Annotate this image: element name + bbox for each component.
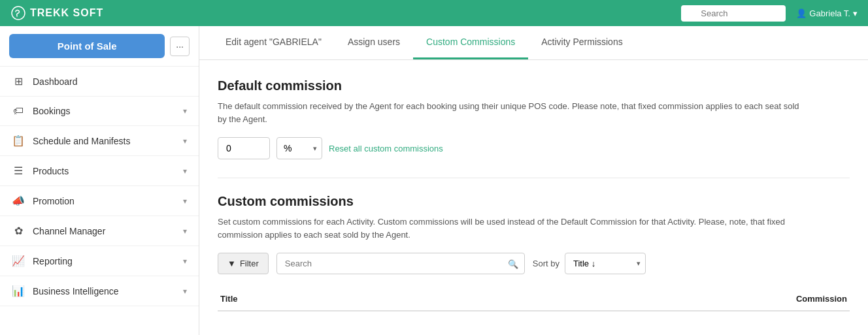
chevron-icon: ▾	[183, 197, 187, 206]
custom-commissions-desc: Set custom commissions for each Activity…	[218, 215, 806, 241]
pos-button[interactable]: Point of Sale	[9, 34, 165, 58]
top-nav-right: 🔍 👤 Gabriela T. ▾	[681, 5, 858, 22]
layout: Point of Sale ··· ⊞ Dashboard 🏷 Bookings…	[0, 0, 868, 335]
user-name: Gabriela T.	[809, 8, 850, 18]
dots-button[interactable]: ···	[170, 37, 190, 56]
user-chevron-icon: ▾	[853, 8, 858, 18]
custom-commissions-title: Custom commissions	[218, 194, 850, 209]
sort-select-wrapper: Title ↓ Title ↑ Commission ↓ Commission …	[565, 253, 646, 274]
section-divider	[218, 178, 850, 178]
filter-label: Filter	[240, 259, 259, 268]
promotion-icon: 📣	[12, 195, 25, 207]
sidebar-item-schedule[interactable]: 📋 Schedule and Manifests ▾	[0, 126, 199, 156]
dashboard-icon: ⊞	[12, 75, 25, 88]
sidebar-item-label: Schedule and Manifests	[33, 136, 130, 146]
sidebar-item-label: Dashboard	[33, 76, 78, 87]
tab-activity-permissions[interactable]: Activity Permissions	[528, 26, 635, 59]
bookings-icon: 🏷	[12, 105, 25, 117]
table-header-title: Title	[220, 294, 238, 304]
top-nav: TREKK SOFT 🔍 👤 Gabriela T. ▾	[0, 0, 868, 26]
commission-type-wrapper: % $ ▾	[276, 137, 322, 159]
commission-type-select[interactable]: % $	[276, 137, 322, 159]
sidebar-item-bookings[interactable]: 🏷 Bookings ▾	[0, 97, 199, 126]
sort-row: Sort by Title ↓ Title ↑ Commission ↓ Com…	[533, 253, 646, 274]
filter-search-row: ▼ Filter 🔍 Sort by Title ↓ Title ↑	[218, 253, 850, 274]
reset-commissions-link[interactable]: Reset all custom commissions	[329, 144, 443, 153]
pos-button-area: Point of Sale ···	[0, 26, 199, 67]
sidebar: Point of Sale ··· ⊞ Dashboard 🏷 Bookings…	[0, 26, 199, 335]
sidebar-item-promotion[interactable]: 📣 Promotion ▾	[0, 186, 199, 216]
default-commission-desc: The default commission received by the A…	[218, 100, 806, 125]
table-header-commission: Commission	[796, 294, 847, 304]
logo-text: TREKK SOFT	[30, 7, 103, 19]
commission-input-row: % $ ▾ Reset all custom commissions	[218, 137, 850, 159]
logo: TREKK SOFT	[10, 5, 103, 21]
filter-button[interactable]: ▼ Filter	[218, 253, 269, 274]
content-area: Default commission The default commissio…	[199, 60, 868, 325]
default-commission-title: Default commission	[218, 78, 850, 93]
sidebar-item-label: Bookings	[33, 106, 71, 116]
nav-search-input[interactable]	[681, 5, 786, 22]
reporting-icon: 📈	[12, 255, 25, 267]
sidebar-item-label: Products	[33, 166, 69, 176]
table-header: Title Commission	[218, 287, 850, 311]
user-avatar-icon: 👤	[796, 8, 807, 18]
schedule-icon: 📋	[12, 135, 25, 147]
sidebar-item-label: Reporting	[33, 256, 73, 266]
chevron-icon: ▾	[183, 287, 187, 296]
channel-icon: ✿	[12, 225, 25, 237]
chevron-icon: ▾	[183, 136, 187, 146]
nav-search-wrapper: 🔍	[681, 5, 786, 22]
tabs-bar: Edit agent "GABRIELA" Assign users Custo…	[199, 26, 868, 60]
tab-custom-commissions[interactable]: Custom Commissions	[413, 26, 528, 59]
tab-assign-users[interactable]: Assign users	[335, 26, 413, 59]
sidebar-item-dashboard[interactable]: ⊞ Dashboard	[0, 67, 199, 97]
business-icon: 📊	[12, 285, 25, 297]
tab-edit-agent[interactable]: Edit agent "GABRIELA"	[212, 26, 335, 59]
svg-point-1	[16, 16, 18, 17]
sidebar-item-products[interactable]: ☰ Products ▾	[0, 156, 199, 186]
chevron-icon: ▾	[183, 257, 187, 266]
sort-by-label: Sort by	[533, 259, 559, 268]
sidebar-nav: ⊞ Dashboard 🏷 Bookings ▾ 📋 Schedule and …	[0, 67, 199, 306]
chevron-icon: ▾	[183, 227, 187, 236]
sidebar-item-business[interactable]: 📊 Business Intelligence ▾	[0, 276, 199, 306]
chevron-icon: ▾	[183, 106, 187, 116]
chevron-icon: ▾	[183, 167, 187, 176]
products-icon: ☰	[12, 165, 25, 177]
custom-commissions-search-wrapper: 🔍	[276, 253, 525, 274]
sidebar-item-label: Promotion	[33, 196, 75, 206]
search-icon: 🔍	[508, 259, 518, 268]
custom-commissions-search-input[interactable]	[276, 253, 525, 274]
sort-select[interactable]: Title ↓ Title ↑ Commission ↓ Commission …	[565, 253, 646, 274]
sidebar-item-channel[interactable]: ✿ Channel Manager ▾	[0, 216, 199, 246]
main-content: Edit agent "GABRIELA" Assign users Custo…	[199, 26, 868, 335]
user-menu[interactable]: 👤 Gabriela T. ▾	[796, 8, 858, 18]
commission-value-input[interactable]	[218, 137, 270, 159]
logo-icon	[10, 5, 26, 21]
sidebar-item-label: Business Intelligence	[33, 286, 119, 296]
sidebar-item-label: Channel Manager	[33, 226, 105, 236]
sidebar-item-reporting[interactable]: 📈 Reporting ▾	[0, 246, 199, 276]
filter-icon: ▼	[227, 259, 236, 268]
custom-commissions-section: Custom commissions Set custom commission…	[218, 194, 850, 311]
